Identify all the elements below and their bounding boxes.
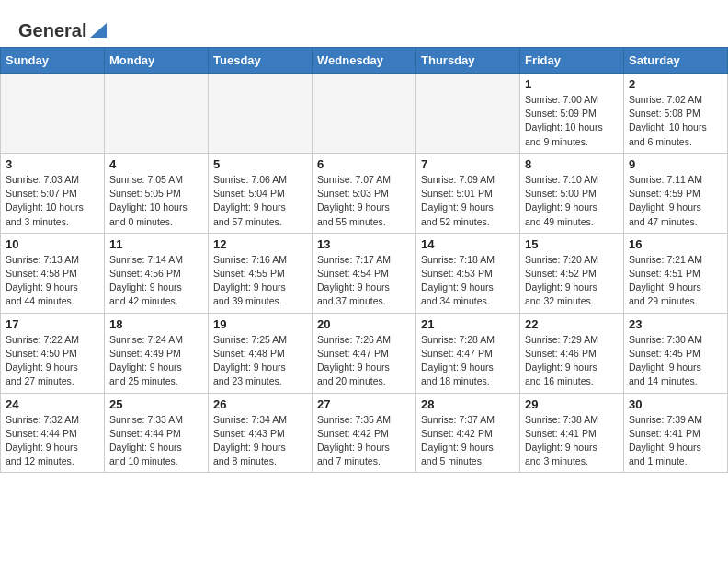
day-number: 25	[109, 397, 203, 411]
day-info: Sunrise: 7:32 AM Sunset: 4:44 PM Dayligh…	[6, 414, 79, 467]
calendar-cell: 29Sunrise: 7:38 AM Sunset: 4:41 PM Dayli…	[520, 393, 624, 473]
day-number: 29	[525, 397, 619, 411]
calendar-cell: 1Sunrise: 7:00 AM Sunset: 5:09 PM Daylig…	[520, 74, 624, 154]
page-container: General SundayMondayTuesdayWednesdayThur…	[0, 0, 728, 473]
day-number: 24	[6, 397, 99, 411]
day-info: Sunrise: 7:13 AM Sunset: 4:58 PM Dayligh…	[6, 254, 79, 307]
calendar-week-2: 3Sunrise: 7:03 AM Sunset: 5:07 PM Daylig…	[1, 153, 728, 233]
day-number: 1	[525, 77, 619, 91]
day-number: 7	[421, 157, 515, 171]
calendar-cell: 17Sunrise: 7:22 AM Sunset: 4:50 PM Dayli…	[1, 313, 105, 393]
day-number: 5	[213, 157, 307, 171]
calendar-cell: 26Sunrise: 7:34 AM Sunset: 4:43 PM Dayli…	[209, 393, 313, 473]
calendar-header-sunday: Sunday	[1, 48, 105, 74]
day-number: 30	[629, 397, 722, 411]
calendar-week-3: 10Sunrise: 7:13 AM Sunset: 4:58 PM Dayli…	[1, 233, 728, 313]
logo-icon	[88, 21, 108, 40]
day-number: 6	[317, 157, 411, 171]
day-number: 14	[421, 237, 515, 251]
day-info: Sunrise: 7:28 AM Sunset: 4:47 PM Dayligh…	[421, 334, 495, 387]
calendar-cell	[416, 74, 520, 154]
calendar-week-5: 24Sunrise: 7:32 AM Sunset: 4:44 PM Dayli…	[1, 393, 728, 473]
calendar-cell: 20Sunrise: 7:26 AM Sunset: 4:47 PM Dayli…	[313, 313, 416, 393]
day-info: Sunrise: 7:34 AM Sunset: 4:43 PM Dayligh…	[213, 414, 287, 467]
calendar-cell	[313, 74, 416, 154]
day-info: Sunrise: 7:37 AM Sunset: 4:42 PM Dayligh…	[421, 414, 495, 467]
day-number: 22	[525, 317, 619, 331]
calendar-header-thursday: Thursday	[416, 48, 520, 74]
calendar-cell: 25Sunrise: 7:33 AM Sunset: 4:44 PM Dayli…	[105, 393, 209, 473]
calendar-cell: 30Sunrise: 7:39 AM Sunset: 4:41 PM Dayli…	[624, 393, 728, 473]
day-info: Sunrise: 7:06 AM Sunset: 5:04 PM Dayligh…	[213, 174, 287, 227]
day-info: Sunrise: 7:33 AM Sunset: 4:44 PM Dayligh…	[109, 414, 183, 467]
calendar-cell: 3Sunrise: 7:03 AM Sunset: 5:07 PM Daylig…	[1, 153, 105, 233]
calendar-week-4: 17Sunrise: 7:22 AM Sunset: 4:50 PM Dayli…	[1, 313, 728, 393]
day-number: 27	[317, 397, 411, 411]
calendar-cell: 18Sunrise: 7:24 AM Sunset: 4:49 PM Dayli…	[105, 313, 209, 393]
calendar-cell: 23Sunrise: 7:30 AM Sunset: 4:45 PM Dayli…	[624, 313, 728, 393]
calendar-week-1: 1Sunrise: 7:00 AM Sunset: 5:09 PM Daylig…	[1, 74, 728, 154]
day-info: Sunrise: 7:00 AM Sunset: 5:09 PM Dayligh…	[525, 94, 603, 147]
calendar-cell: 27Sunrise: 7:35 AM Sunset: 4:42 PM Dayli…	[313, 393, 416, 473]
day-number: 15	[525, 237, 619, 251]
day-info: Sunrise: 7:02 AM Sunset: 5:08 PM Dayligh…	[629, 94, 707, 147]
day-number: 23	[629, 317, 722, 331]
calendar-header-friday: Friday	[520, 48, 624, 74]
day-number: 16	[629, 237, 722, 251]
calendar-cell: 21Sunrise: 7:28 AM Sunset: 4:47 PM Dayli…	[416, 313, 520, 393]
day-info: Sunrise: 7:17 AM Sunset: 4:54 PM Dayligh…	[317, 254, 391, 307]
calendar-header-tuesday: Tuesday	[209, 48, 313, 74]
day-number: 4	[109, 157, 203, 171]
day-number: 17	[6, 317, 99, 331]
calendar-cell: 15Sunrise: 7:20 AM Sunset: 4:52 PM Dayli…	[520, 233, 624, 313]
page-header: General	[0, 0, 728, 47]
calendar-cell	[209, 74, 313, 154]
day-info: Sunrise: 7:29 AM Sunset: 4:46 PM Dayligh…	[525, 334, 598, 387]
day-number: 20	[317, 317, 411, 331]
day-info: Sunrise: 7:20 AM Sunset: 4:52 PM Dayligh…	[525, 254, 598, 307]
calendar-cell	[105, 74, 209, 154]
day-number: 19	[213, 317, 307, 331]
calendar-cell: 7Sunrise: 7:09 AM Sunset: 5:01 PM Daylig…	[416, 153, 520, 233]
logo-general-text: General	[18, 20, 86, 41]
svg-marker-0	[90, 23, 107, 38]
calendar-cell: 22Sunrise: 7:29 AM Sunset: 4:46 PM Dayli…	[520, 313, 624, 393]
day-info: Sunrise: 7:11 AM Sunset: 4:59 PM Dayligh…	[629, 174, 702, 227]
day-info: Sunrise: 7:03 AM Sunset: 5:07 PM Dayligh…	[6, 174, 84, 227]
day-info: Sunrise: 7:07 AM Sunset: 5:03 PM Dayligh…	[317, 174, 391, 227]
day-number: 10	[6, 237, 99, 251]
calendar-cell: 24Sunrise: 7:32 AM Sunset: 4:44 PM Dayli…	[1, 393, 105, 473]
day-info: Sunrise: 7:30 AM Sunset: 4:45 PM Dayligh…	[629, 334, 702, 387]
calendar-cell: 16Sunrise: 7:21 AM Sunset: 4:51 PM Dayli…	[624, 233, 728, 313]
calendar-cell: 14Sunrise: 7:18 AM Sunset: 4:53 PM Dayli…	[416, 233, 520, 313]
calendar-cell	[1, 74, 105, 154]
calendar-header-monday: Monday	[105, 48, 209, 74]
day-info: Sunrise: 7:21 AM Sunset: 4:51 PM Dayligh…	[629, 254, 702, 307]
calendar-cell: 2Sunrise: 7:02 AM Sunset: 5:08 PM Daylig…	[624, 74, 728, 154]
day-info: Sunrise: 7:26 AM Sunset: 4:47 PM Dayligh…	[317, 334, 391, 387]
day-info: Sunrise: 7:35 AM Sunset: 4:42 PM Dayligh…	[317, 414, 391, 467]
calendar-cell: 11Sunrise: 7:14 AM Sunset: 4:56 PM Dayli…	[105, 233, 209, 313]
day-number: 9	[629, 157, 722, 171]
day-number: 12	[213, 237, 307, 251]
calendar-header-saturday: Saturday	[624, 48, 728, 74]
calendar-header-row: SundayMondayTuesdayWednesdayThursdayFrid…	[1, 48, 728, 74]
day-number: 28	[421, 397, 515, 411]
day-info: Sunrise: 7:39 AM Sunset: 4:41 PM Dayligh…	[629, 414, 702, 467]
day-info: Sunrise: 7:05 AM Sunset: 5:05 PM Dayligh…	[109, 174, 188, 227]
calendar-cell: 19Sunrise: 7:25 AM Sunset: 4:48 PM Dayli…	[209, 313, 313, 393]
calendar-cell: 12Sunrise: 7:16 AM Sunset: 4:55 PM Dayli…	[209, 233, 313, 313]
day-info: Sunrise: 7:22 AM Sunset: 4:50 PM Dayligh…	[6, 334, 79, 387]
calendar-cell: 13Sunrise: 7:17 AM Sunset: 4:54 PM Dayli…	[313, 233, 416, 313]
day-number: 21	[421, 317, 515, 331]
day-info: Sunrise: 7:16 AM Sunset: 4:55 PM Dayligh…	[213, 254, 287, 307]
logo: General	[18, 17, 108, 38]
day-info: Sunrise: 7:10 AM Sunset: 5:00 PM Dayligh…	[525, 174, 598, 227]
calendar-header-wednesday: Wednesday	[313, 48, 416, 74]
day-number: 3	[6, 157, 99, 171]
day-info: Sunrise: 7:14 AM Sunset: 4:56 PM Dayligh…	[109, 254, 183, 307]
day-number: 26	[213, 397, 307, 411]
calendar-cell: 4Sunrise: 7:05 AM Sunset: 5:05 PM Daylig…	[105, 153, 209, 233]
day-number: 13	[317, 237, 411, 251]
day-number: 11	[109, 237, 203, 251]
